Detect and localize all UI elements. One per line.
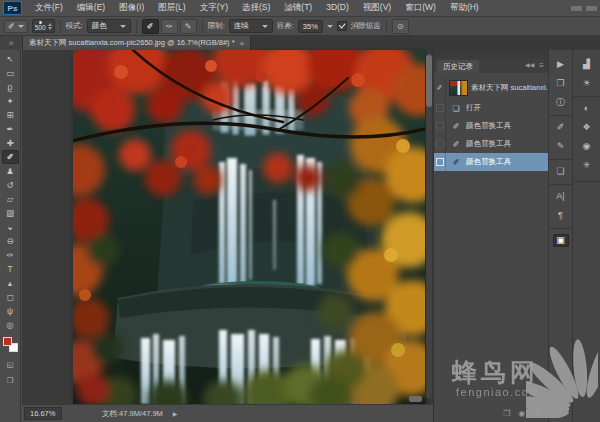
history-brush-source-well[interactable] bbox=[434, 117, 446, 135]
vertical-scrollbar-thumb[interactable] bbox=[426, 55, 432, 107]
history-state-row[interactable]: ✐ 颜色替换工具 bbox=[434, 153, 548, 171]
panel-menu-icon[interactable]: ≡ bbox=[539, 61, 544, 70]
tool-preset-picker[interactable]: ✐ bbox=[4, 20, 28, 33]
menu-item[interactable]: 图像(I) bbox=[112, 2, 151, 14]
tool-button[interactable]: ✐ bbox=[2, 150, 19, 164]
status-options-arrow-icon[interactable]: ▶ bbox=[173, 410, 178, 417]
menu-item[interactable]: 选择(S) bbox=[235, 2, 277, 14]
panel-dock-button[interactable]: ◐ bbox=[573, 96, 600, 118]
tool-button[interactable]: ↺ bbox=[2, 178, 19, 192]
menu-item[interactable]: 图层(L) bbox=[151, 2, 192, 14]
menu-item[interactable]: 文件(F) bbox=[28, 2, 70, 14]
menu-item[interactable]: 窗口(W) bbox=[398, 2, 443, 14]
history-state-label: 颜色替换工具 bbox=[466, 121, 511, 131]
menu-item[interactable]: 编辑(E) bbox=[70, 2, 112, 14]
document-tab[interactable]: 素材天下网 sucaitianxia.com-pic2650.jpg @ 16.… bbox=[23, 36, 251, 50]
panel-dock-button[interactable]: ❖ bbox=[573, 118, 600, 137]
tool-button[interactable]: T bbox=[2, 262, 19, 276]
panel-dock-button[interactable]: ▣ bbox=[549, 228, 572, 250]
brush-size-picker[interactable]: 500 bbox=[32, 19, 55, 34]
color-swatches[interactable] bbox=[3, 337, 18, 352]
panel-dock-button[interactable]: ❏ bbox=[549, 159, 572, 181]
maximize-button[interactable] bbox=[586, 6, 597, 11]
tool-button[interactable]: ▴ bbox=[2, 276, 19, 290]
panel-icon: A| bbox=[553, 190, 569, 203]
tool-button[interactable]: ◎ bbox=[2, 318, 19, 332]
foreground-color-swatch[interactable] bbox=[3, 337, 12, 346]
tool-button[interactable]: ψ bbox=[2, 304, 19, 318]
history-footer-button[interactable]: ✕ bbox=[533, 409, 540, 418]
panel-dock-button[interactable]: ❐ bbox=[549, 74, 572, 93]
panel-dock-button[interactable]: ✐ bbox=[549, 115, 572, 137]
tool-button[interactable]: ▨ bbox=[2, 206, 19, 220]
tool-button[interactable]: ✚ bbox=[2, 136, 19, 150]
toolbox-collapse-button[interactable]: » bbox=[0, 36, 23, 50]
waterfall-photo bbox=[73, 50, 425, 404]
panel-icon: ❐ bbox=[553, 77, 569, 90]
sampling-button[interactable]: ✐ bbox=[142, 19, 159, 34]
menu-item[interactable]: 文字(Y) bbox=[193, 2, 235, 14]
panel-dock-button[interactable]: ◉ bbox=[573, 137, 600, 156]
panel-dock-button[interactable]: ✎ bbox=[549, 137, 572, 156]
menu-item[interactable]: 滤镜(T) bbox=[277, 2, 319, 14]
tool-icon: ▨ bbox=[6, 209, 14, 218]
tool-button[interactable]: ✑ bbox=[2, 248, 19, 262]
collapse-panel-icon[interactable]: ◀◀ bbox=[525, 61, 534, 70]
panel-dock-button[interactable]: ☀ bbox=[573, 74, 600, 93]
toolbox-extra-button[interactable]: ❐ bbox=[2, 374, 19, 387]
tab-history[interactable]: 历史记录 bbox=[437, 60, 479, 73]
tool-button[interactable]: ✦ bbox=[2, 94, 19, 108]
pen-pressure-button[interactable]: ⊙ bbox=[392, 19, 409, 34]
panel-dock-button[interactable]: ¶ bbox=[549, 206, 572, 225]
history-footer-button[interactable]: ◉ bbox=[518, 409, 525, 418]
tool-button[interactable]: ◻ bbox=[2, 290, 19, 304]
tool-button[interactable]: ✒ bbox=[2, 122, 19, 136]
mode-select[interactable]: 颜色 bbox=[87, 19, 131, 33]
color-replacement-tool-icon: ✐ bbox=[8, 22, 15, 31]
history-brush-source-well[interactable] bbox=[434, 135, 446, 153]
document-tab-title: 素材天下网 sucaitianxia.com-pic2650.jpg @ 16.… bbox=[29, 38, 235, 48]
minimize-button[interactable] bbox=[571, 6, 582, 11]
horizontal-scrollbar-thumb[interactable] bbox=[409, 396, 422, 402]
chevron-down-icon[interactable] bbox=[327, 25, 333, 28]
history-brush-source-well[interactable] bbox=[434, 99, 446, 117]
panel-dock-button[interactable]: ⓘ bbox=[549, 93, 572, 112]
history-brush-source-well[interactable]: ✐ bbox=[434, 77, 446, 99]
tolerance-field[interactable]: 35% bbox=[298, 20, 323, 33]
tool-button[interactable]: ⊖ bbox=[2, 234, 19, 248]
panel-dock-button[interactable]: ✳ bbox=[573, 156, 600, 175]
history-footer-button[interactable]: ❐ bbox=[503, 409, 510, 418]
history-state-row[interactable]: ❏ 打开 bbox=[434, 99, 548, 117]
panel-icon: ⓘ bbox=[553, 96, 569, 109]
toolbox-extra-button[interactable]: ◱ bbox=[2, 358, 19, 371]
panel-dock-button[interactable]: ▟ bbox=[573, 55, 600, 74]
panel-dock-column-a: ▶ ❐ ⓘ ✐ ✎ ❏ A| bbox=[548, 50, 572, 422]
tool-button[interactable]: ▱ bbox=[2, 192, 19, 206]
tool-button[interactable]: ⊞ bbox=[2, 108, 19, 122]
sampling-button[interactable]: ✑ bbox=[161, 19, 178, 34]
toolbox: ↖▭ϱ✦⊞✒✚✐♟↺▱▨◒⊖✑T▴◻ψ◎ ◱❐ bbox=[0, 50, 21, 422]
tool-button[interactable]: ▭ bbox=[2, 66, 19, 80]
tool-button[interactable]: ◒ bbox=[2, 220, 19, 234]
menu-item[interactable]: 3D(D) bbox=[319, 2, 356, 14]
history-state-icon: ✐ bbox=[450, 158, 462, 167]
sampling-button[interactable]: ✎ bbox=[180, 19, 197, 34]
history-snapshot-row[interactable]: ✐ 素材天下网 sucaitianxi... bbox=[434, 77, 548, 99]
antialias-checkbox[interactable] bbox=[337, 21, 347, 31]
tool-button[interactable]: ♟ bbox=[2, 164, 19, 178]
panel-dock-button[interactable]: A| bbox=[549, 184, 572, 206]
menu-item[interactable]: 帮助(H) bbox=[443, 2, 486, 14]
brush-size-spinner[interactable] bbox=[48, 23, 52, 30]
zoom-level-field[interactable]: 16.67% bbox=[24, 407, 62, 420]
history-state-row[interactable]: ✐ 颜色替换工具 bbox=[434, 117, 548, 135]
tool-button[interactable]: ↖ bbox=[2, 52, 19, 66]
tool-button[interactable]: ϱ bbox=[2, 80, 19, 94]
vertical-scrollbar[interactable] bbox=[426, 53, 432, 399]
history-state-row[interactable]: ✐ 颜色替换工具 bbox=[434, 135, 548, 153]
panel-dock-button[interactable]: ▶ bbox=[549, 55, 572, 74]
close-icon[interactable]: × bbox=[240, 39, 245, 48]
menu-item[interactable]: 视图(V) bbox=[356, 2, 398, 14]
history-brush-source-well[interactable] bbox=[434, 153, 446, 171]
panel-icon: ✳ bbox=[579, 159, 595, 172]
limits-select[interactable]: 连续 bbox=[229, 19, 273, 33]
